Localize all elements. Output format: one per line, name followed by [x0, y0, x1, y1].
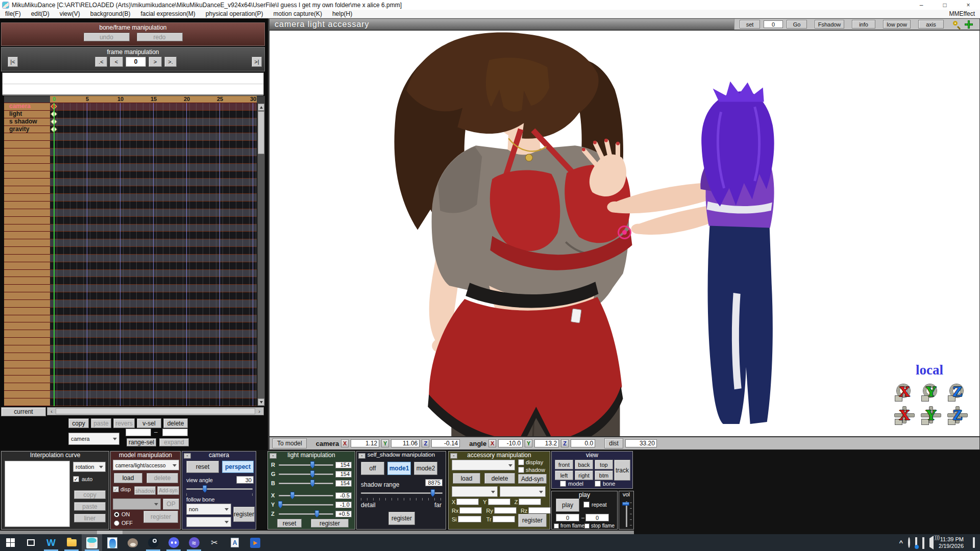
- timeline-track[interactable]: [50, 308, 257, 315]
- timeline-track[interactable]: [50, 111, 257, 118]
- first-frame-button[interactable]: |<: [8, 57, 18, 67]
- timeline-row-label[interactable]: [4, 330, 50, 338]
- z-input[interactable]: [519, 498, 541, 505]
- interp-liner-button[interactable]: liner: [74, 514, 106, 522]
- light-z-value[interactable]: +0.5: [335, 511, 352, 517]
- next-keyframe-button[interactable]: >.: [164, 57, 177, 67]
- scroll-up-arrow[interactable]: [258, 104, 264, 111]
- timeline-row-label[interactable]: [4, 277, 50, 285]
- timeline-track[interactable]: [50, 330, 257, 338]
- timeline-track[interactable]: [50, 118, 257, 126]
- minimize-panel-button[interactable]: -: [184, 453, 191, 459]
- frame-info-listbox[interactable]: [2, 72, 264, 95]
- menu-mmeffect[interactable]: MMEffect: [949, 10, 980, 17]
- frame-number-input[interactable]: 0: [126, 57, 146, 67]
- timeline-track[interactable]: [50, 148, 257, 156]
- from-flame-checkbox[interactable]: [554, 523, 559, 529]
- light-g-value[interactable]: 154: [335, 471, 352, 478]
- taskbar-mikumikudance[interactable]: [82, 534, 102, 551]
- accessory-shadow-checkbox[interactable]: [518, 467, 524, 473]
- camera-z-value[interactable]: -0.14: [431, 439, 460, 447]
- play-button[interactable]: play: [556, 498, 579, 512]
- camera-register-button[interactable]: register: [233, 507, 255, 522]
- timeline-row-label[interactable]: [4, 209, 50, 217]
- interp-channel-dropdown[interactable]: rotation: [73, 462, 106, 472]
- axis-rotate-x-icon[interactable]: X: [894, 383, 915, 402]
- accessory-delete-button[interactable]: delete: [484, 473, 515, 484]
- timeline-row-label[interactable]: [4, 202, 50, 209]
- stop-flame-checkbox[interactable]: [584, 523, 590, 529]
- timeline-track[interactable]: [50, 179, 257, 186]
- timeline-row-label[interactable]: [4, 345, 50, 353]
- network-icon[interactable]: [922, 538, 924, 547]
- volume-icon[interactable]: ))): [929, 538, 934, 547]
- dist-value[interactable]: 33.20: [625, 439, 657, 447]
- interp-paste-button[interactable]: paste: [74, 502, 106, 511]
- timeline-track[interactable]: [50, 300, 257, 308]
- prev-keyframe-button[interactable]: .<: [95, 57, 107, 67]
- timeline-track[interactable]: [50, 156, 257, 164]
- timeline-row-label[interactable]: [4, 186, 50, 194]
- timeline-row-label[interactable]: [4, 133, 50, 141]
- timeline-row-label[interactable]: [4, 141, 50, 148]
- timeline-row-label[interactable]: camera: [4, 103, 50, 111]
- low-pow-button[interactable]: low pow: [883, 20, 911, 29]
- volume-slider-thumb[interactable]: [622, 502, 629, 506]
- fshadow-button[interactable]: Fshadow: [815, 20, 844, 29]
- taskbar-snipping-tool[interactable]: ✂: [204, 534, 225, 551]
- redo-button[interactable]: redo: [137, 33, 183, 41]
- restore-button[interactable]: □: [933, 2, 957, 9]
- timeline-track[interactable]: [50, 345, 257, 353]
- scroll-left-arrow[interactable]: ‹: [48, 408, 55, 414]
- timeline-row-label[interactable]: [4, 171, 50, 179]
- timeline-track[interactable]: [50, 103, 257, 111]
- undo-button[interactable]: undo: [84, 33, 130, 41]
- taskbar-gimp[interactable]: [122, 534, 143, 551]
- light-z-slider[interactable]: [279, 510, 333, 518]
- timeline-row-label[interactable]: [4, 164, 50, 171]
- timeline-row-label[interactable]: [4, 315, 50, 323]
- timeline-track[interactable]: [50, 171, 257, 179]
- slider-thumb[interactable]: [278, 501, 283, 509]
- scroll-right-arrow[interactable]: ›: [256, 408, 263, 414]
- angle-z-value[interactable]: 0.0: [571, 439, 595, 447]
- timeline-track[interactable]: [50, 133, 257, 141]
- timeline-row-label[interactable]: [4, 194, 50, 202]
- view-angle-input[interactable]: 30: [236, 476, 254, 484]
- timeline-row-label[interactable]: [4, 368, 50, 376]
- next-frame-button[interactable]: >: [149, 57, 162, 67]
- y-input[interactable]: [488, 498, 510, 505]
- menu-item-file[interactable]: file(F): [0, 10, 26, 17]
- timeline-track[interactable]: [50, 141, 257, 148]
- light-reset-button[interactable]: reset: [277, 519, 302, 528]
- interp-copy-button[interactable]: copy: [74, 490, 106, 499]
- taskbar-start-button[interactable]: [0, 534, 20, 551]
- view-back-button[interactable]: back: [575, 460, 593, 469]
- minimize-panel-button[interactable]: -: [358, 453, 365, 459]
- timeline-row-label[interactable]: [4, 232, 50, 239]
- timeline-track[interactable]: [50, 202, 257, 209]
- light-y-slider[interactable]: [279, 501, 333, 509]
- timeline-row-label[interactable]: [4, 156, 50, 164]
- timeline-track[interactable]: [50, 375, 257, 383]
- action-center-icon[interactable]: [973, 538, 975, 547]
- display-tray-icon[interactable]: [915, 538, 917, 547]
- taskbar-wordpad[interactable]: A: [225, 534, 245, 551]
- minimize-panel-button[interactable]: -: [450, 453, 457, 459]
- view-bone-checkbox[interactable]: [595, 481, 601, 487]
- auto-checkbox[interactable]: ✓: [73, 476, 79, 482]
- light-b-value[interactable]: 154: [335, 480, 352, 487]
- taskbar-wattpad[interactable]: W: [41, 534, 61, 551]
- timeline-row-label[interactable]: [4, 255, 50, 262]
- camera-reset-button[interactable]: reset: [186, 461, 219, 473]
- timeline-track[interactable]: [50, 217, 257, 224]
- clock[interactable]: 11:39 PM 2/19/2026: [939, 536, 964, 549]
- delete-button[interactable]: delete: [163, 418, 188, 428]
- menu-item-background[interactable]: background(B): [85, 10, 136, 17]
- scroll-down-arrow[interactable]: [258, 398, 264, 406]
- slider-thumb[interactable]: [314, 510, 319, 518]
- move-cross-icon[interactable]: [964, 20, 973, 29]
- menu-item-facial-expression[interactable]: facial expression(M): [135, 10, 200, 17]
- info-button[interactable]: info: [852, 20, 875, 29]
- timeline-row-label[interactable]: [4, 361, 50, 368]
